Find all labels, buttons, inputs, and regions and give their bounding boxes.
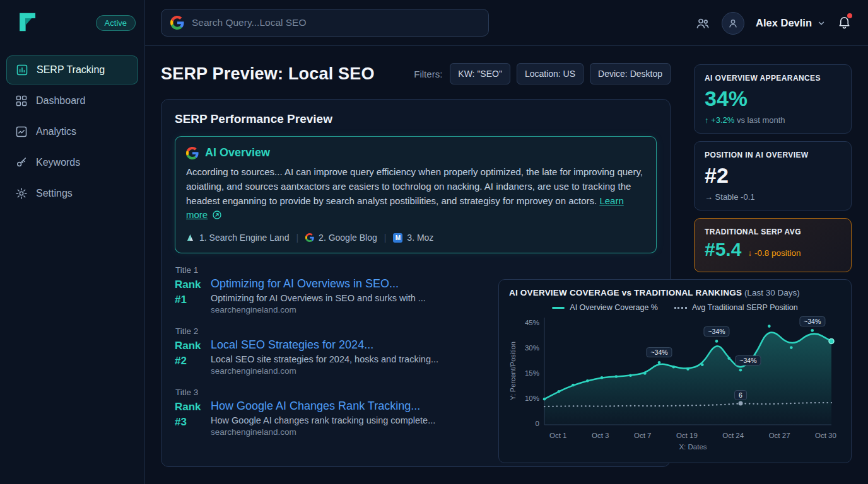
stat-title: TRADITIONAL SERP AVG [705,228,841,236]
filter-chip-location[interactable]: Location: US [517,63,584,84]
source-search-engine-land[interactable]: 1. Search Engine Land [186,233,289,243]
result-rank: Rank #2 [175,338,207,376]
sidebar-item-label: Keywords [36,157,80,168]
chart-y-axis-label: Y: Percent/Position [509,318,519,425]
source-label: 3. Moz [407,233,433,243]
stats-column: AI OVERVIEW APPEARANCES 34% ↑ +3.2% vs l… [694,64,852,272]
brand-logo-icon [15,10,39,34]
chart-plot: ~34%~34%~34%~34%6 [544,318,831,425]
legend-dotted-swatch [674,307,687,309]
chart-x-ticks: Oct 1 Oct 3 Oct 7 Oct 19 Oct 24 Oct 27 O… [549,432,836,439]
key-icon [15,156,28,169]
source-separator: | [384,233,387,243]
sidebar-item-label: Dashboard [36,95,85,107]
status-badge: Active [96,15,136,31]
result-domain: searchengineland.com [211,305,426,314]
result-domain: searchengineland.com [211,366,438,376]
source-label: 1. Search Engine Land [199,233,289,243]
result-domain: searchengineland.com [211,427,435,437]
ai-overview-title: AI Overview [205,146,270,159]
source-label: 2. Google Blog [319,233,377,243]
sidebar-item-label: Settings [36,188,73,199]
legend-ai-coverage: AI Overview Coverage % [552,303,658,312]
result-description: Optimizing for AI Overviews in SEO and s… [211,293,426,303]
sidebar-item-serp-tracking[interactable]: SERP Tracking [6,55,138,84]
source-separator: | [296,233,298,243]
stat-card-ai-overview-appearances: AI OVERVIEW APPEARANCES 34% ↑ +3.2% vs l… [694,64,852,134]
user-menu[interactable]: Alex Devlin [756,17,826,29]
legend-traditional-position: Avg Traditional SERP Position [674,303,798,312]
result-title-link[interactable]: Optimizing for AI Overviews in SEO... [211,277,426,291]
ai-overview-sources: 1. Search Engine Land | 2. Google Blog |… [186,233,645,243]
stat-card-traditional-serp-avg: TRADITIONAL SERP AVG #5.4 ↓ -0.8 positio… [694,218,852,272]
search-box[interactable] [161,9,489,37]
chart-annotation: ~34% [799,316,825,326]
ai-overview-text: According to sources... AI can improve q… [186,166,643,206]
sidebar-item-settings[interactable]: Settings [6,179,138,208]
chart-annotation: ~34% [646,347,672,357]
sidebar-item-label: SERP Tracking [37,64,105,76]
stat-delta: ↑ +3.2% vs last month [705,115,841,125]
stat-value: #2 [705,163,841,188]
chart-area: Y: Percent/Position 45% 30% 15% 10% 0 ~3… [509,318,841,427]
topbar-actions: Alex Devlin [695,0,852,46]
result-position-label: Title 1 [175,265,657,275]
search-engine-land-icon [186,233,195,242]
chart-annotation: 6 [734,390,747,400]
chart-annotation: ~34% [703,326,729,337]
chart-legend: AI Overview Coverage % Avg Traditional S… [509,303,841,312]
sidebar-nav: SERP Tracking Dashboard Analytics Keywor… [6,55,138,208]
stat-delta: → Stable -0.1 [705,192,841,202]
serp-card-title: SERP Performance Preview [175,112,657,126]
stat-value: #5.4 [705,239,741,260]
stat-title: POSITION IN AI OVERVIEW [705,151,841,159]
person-icon [727,17,739,30]
search-input[interactable] [192,17,479,28]
result-rank: Rank #3 [175,400,207,437]
result-rank: Rank #1 [175,277,207,314]
chevron-down-icon [817,19,826,28]
chart-title: AI OVERVIEW COVERAGE vs TRADITIONAL RANK… [509,288,841,297]
ai-overview-box: AI Overview According to sources... AI c… [175,136,657,253]
stat-title: AI OVERVIEW APPEARANCES [705,74,841,83]
chart-annotation-dot [738,401,742,406]
moz-icon: M [393,233,402,243]
filters-label: Filters: [414,69,442,79]
bar-chart-icon [16,64,28,76]
result-description: Local SEO site strategies for 2024, hosk… [211,354,438,364]
sidebar-item-keywords[interactable]: Keywords [6,148,138,177]
result-title-link[interactable]: Local SEO Strategies for 2024... [211,338,438,352]
source-moz[interactable]: M 3. Moz [393,233,433,243]
avatar[interactable] [722,12,744,35]
analytics-icon [15,125,28,138]
sidebar: Active SERP Tracking Dashboard Analytics… [0,0,145,484]
sidebar-item-label: Analytics [36,126,76,137]
stat-value: 34% [705,86,841,111]
ai-overview-body: According to sources... AI can improve q… [186,165,645,224]
notifications-button[interactable] [837,14,852,32]
stat-card-position-in-ai-overview: POSITION IN AI OVERVIEW #2 → Stable -0.1 [694,141,852,210]
topbar: Alex Devlin [145,0,868,46]
google-icon [305,233,314,242]
chart-card: AI OVERVIEW COVERAGE vs TRADITIONAL RANK… [498,279,852,463]
user-name: Alex Devlin [756,17,812,29]
filters-bar: Filters: KW: "SEO" Location: US Device: … [414,63,671,84]
source-google-blog[interactable]: 2. Google Blog [305,233,377,243]
filter-chip-device[interactable]: Device: Desktop [590,63,671,84]
app-root: Active SERP Tracking Dashboard Analytics… [0,0,868,484]
chart-y-ticks: 45% 30% 15% 10% 0 [519,318,544,427]
stat-delta: ↓ -0.8 position [748,248,801,258]
notification-dot [847,13,852,18]
google-icon [170,16,184,30]
result-title-link[interactable]: How Google AI Changes Rank Tracking... [211,400,435,413]
chart-annotation: ~34% [735,355,761,366]
page-header: SERP Preview: Local SEO Filters: KW: "SE… [161,63,671,84]
page-title: SERP Preview: Local SEO [161,64,375,84]
sidebar-item-analytics[interactable]: Analytics [6,117,138,146]
grid-icon [15,95,28,107]
sidebar-item-dashboard[interactable]: Dashboard [6,86,138,115]
external-link-icon[interactable] [212,210,222,224]
team-icon[interactable] [695,16,710,31]
result-description: How Google AI changes rank tracking usin… [211,415,435,425]
filter-chip-keyword[interactable]: KW: "SEO" [450,63,510,84]
